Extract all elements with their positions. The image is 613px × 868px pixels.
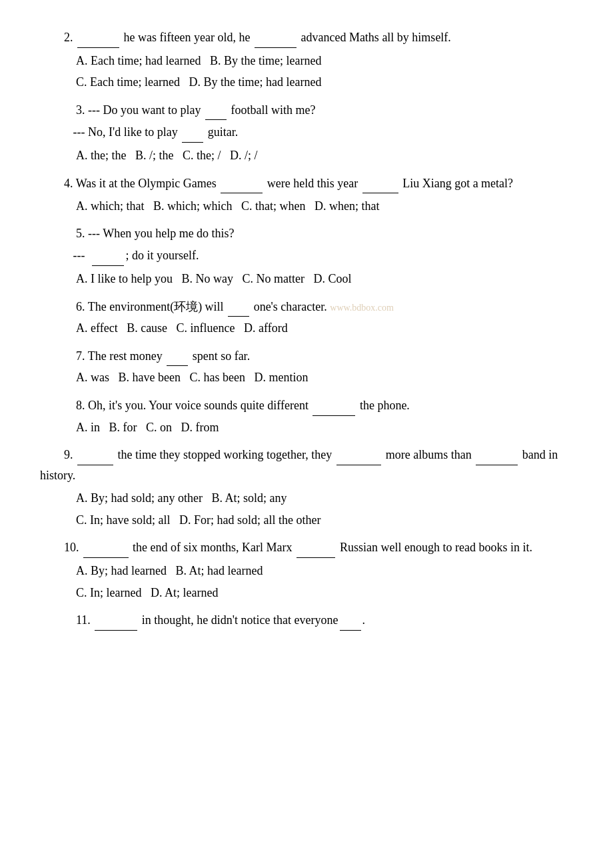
question-5: 5. --- When you help me do this? --- ; d… (40, 223, 573, 289)
q6-blank1 (228, 296, 249, 317)
q9-blank1 (77, 444, 113, 465)
q6-option-abcd: A. effect B. cause C. influence D. affor… (40, 318, 573, 339)
q9-text: 9. the time they stopped working togethe… (40, 444, 573, 485)
q4-option-abcd: A. which; that B. which; which C. that; … (40, 196, 573, 217)
q3-dialog2: --- No, I'd like to play guitar. (40, 121, 573, 143)
q2-option-cd: C. Each time; learned D. By the time; ha… (40, 72, 573, 93)
q7-blank1 (167, 345, 188, 367)
question-10: 10. the end of six months, Karl Marx Rus… (40, 537, 573, 603)
q5-blank1 (92, 245, 124, 266)
q8-blank1 (312, 395, 355, 416)
question-6: 6. The environment(环境) will one's charac… (40, 296, 573, 339)
q10-option-cd: C. In; learned D. At; learned (40, 583, 573, 603)
q3-blank2 (182, 121, 203, 143)
q9-option-ab: A. By; had sold; any other B. At; sold; … (40, 488, 573, 509)
q7-text: 7. The rest money spent so far. (40, 345, 573, 367)
q8-text: 8. Oh, it's you. Your voice sounds quite… (40, 395, 573, 416)
q2-blank1 (77, 27, 119, 48)
q11-text: 11. in thought, he didn't notice that ev… (40, 609, 573, 631)
q10-text: 10. the end of six months, Karl Marx Rus… (40, 537, 573, 558)
question-4: 4. Was it at the Olympic Games were held… (40, 173, 573, 217)
question-11: 11. in thought, he didn't notice that ev… (40, 609, 573, 631)
q11-blank1 (95, 609, 137, 631)
q2-option-ab: A. Each time; had learned B. By the time… (40, 51, 573, 71)
q5-dialog2: --- ; do it yourself. (40, 245, 573, 266)
q8-option-abcd: A. in B. for C. on D. from (40, 417, 573, 438)
q3-blank1 (205, 99, 227, 121)
q6-text: 6. The environment(环境) will one's charac… (40, 296, 573, 317)
q3-option-abcd: A. the; the B. /; the C. the; / D. /; / (40, 145, 573, 166)
q5-option-abcd: A. I like to help you B. No way C. No ma… (40, 269, 573, 289)
q10-option-ab: A. By; had learned B. At; had learned (40, 561, 573, 581)
question-8: 8. Oh, it's you. Your voice sounds quite… (40, 395, 573, 437)
question-2: 2. he was fifteen year old, he advanced … (40, 27, 573, 93)
q3-dialog1: 3. --- Do you want to play football with… (40, 99, 573, 121)
watermark: www.bdbox.com (330, 303, 394, 313)
q9-option-cd: C. In; have sold; all D. For; had sold; … (40, 510, 573, 531)
q4-text: 4. Was it at the Olympic Games were held… (40, 173, 573, 194)
q4-blank2 (362, 173, 398, 194)
q9-blank2 (336, 444, 382, 465)
q7-option-abcd: A. was B. have been C. has been D. menti… (40, 367, 573, 388)
q9-blank3 (476, 444, 518, 465)
q11-blank2 (340, 609, 361, 631)
q10-blank2 (297, 537, 336, 558)
q5-dialog1: 5. --- When you help me do this? (40, 223, 573, 244)
exam-content: 2. he was fifteen year old, he advanced … (40, 27, 573, 631)
q10-blank1 (83, 537, 129, 558)
question-7: 7. The rest money spent so far. A. was B… (40, 345, 573, 388)
q4-blank1 (221, 173, 263, 194)
q2-blank2 (255, 27, 297, 48)
question-9: 9. the time they stopped working togethe… (40, 444, 573, 530)
question-3: 3. --- Do you want to play football with… (40, 99, 573, 166)
q2-text: 2. he was fifteen year old, he advanced … (40, 27, 573, 48)
